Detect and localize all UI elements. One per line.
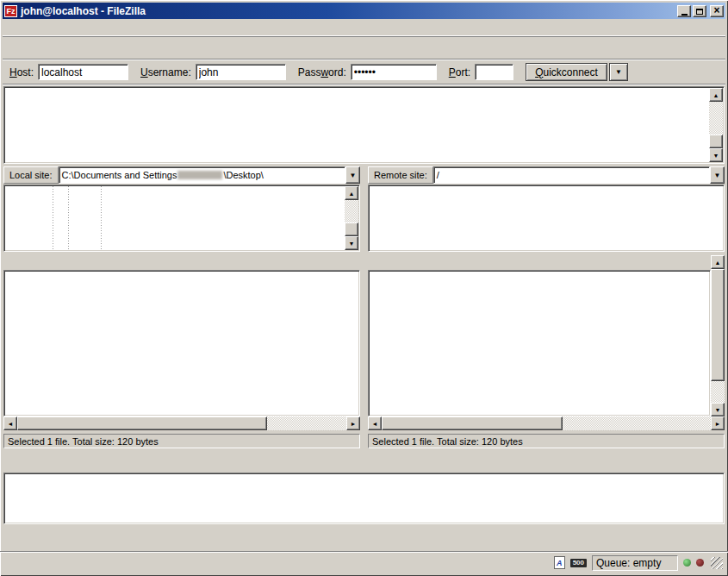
password-input[interactable]: [351, 64, 437, 80]
quickconnect-dropdown-icon[interactable]: ▼: [609, 63, 628, 81]
scroll-up-icon[interactable]: ▲: [711, 255, 725, 269]
title-bar[interactable]: Fz john@localhost - FileZilla ×: [3, 3, 725, 19]
scroll-left-icon[interactable]: ◄: [3, 416, 17, 430]
local-path-prefix: C:\Documents and Settings: [62, 170, 177, 180]
toolbar: [3, 36, 725, 59]
local-file-list: [3, 270, 360, 416]
username-input[interactable]: [196, 64, 286, 80]
scroll-right-icon[interactable]: ►: [711, 416, 725, 430]
redacted-username: [177, 171, 222, 179]
queue-splitter[interactable]: [3, 448, 725, 457]
remote-status-text: Selected 1 file. Total size: 120 bytes: [368, 434, 725, 448]
quickconnect-bar: Host: Username: Password: Port: Quickcon…: [3, 60, 725, 85]
host-input[interactable]: [38, 64, 128, 80]
remote-list-hscrollbar[interactable]: ◄ ►: [368, 416, 725, 430]
close-button[interactable]: ×: [710, 5, 724, 17]
local-list-header: [3, 255, 360, 270]
queue-list: [3, 473, 725, 524]
local-status-text: Selected 1 file. Total size: 120 bytes: [3, 434, 360, 448]
remote-list-scrollbar[interactable]: ▲ ▼: [711, 255, 725, 416]
speed-limit-icon[interactable]: 500: [570, 559, 587, 567]
port-input[interactable]: [475, 64, 513, 80]
queue-status-text: Queue: empty: [592, 555, 678, 571]
local-path-combo[interactable]: C:\Documents and Settings\Desktop\: [59, 166, 345, 184]
scroll-right-icon[interactable]: ►: [346, 416, 360, 430]
scroll-down-icon[interactable]: ▼: [709, 148, 723, 162]
remote-file-list: [368, 270, 711, 416]
remote-path-dropdown-icon[interactable]: ▼: [710, 166, 725, 184]
host-label: Host:: [9, 66, 34, 78]
scroll-up-icon[interactable]: ▲: [709, 88, 723, 102]
minimize-button[interactable]: [677, 5, 691, 17]
remote-path-value: /: [437, 170, 439, 180]
transfer-type-ascii-icon[interactable]: A: [554, 556, 565, 569]
message-log-lines: [5, 88, 709, 162]
filezilla-logo-icon: Fz: [4, 5, 17, 17]
local-directory-tree: ▲ ▼: [3, 185, 360, 252]
local-path-suffix: \Desktop\: [223, 170, 263, 180]
local-list-hscrollbar[interactable]: ◄ ►: [3, 416, 360, 430]
message-log-scrollbar[interactable]: ▲ ▼: [709, 88, 723, 162]
remote-path-combo[interactable]: /: [433, 166, 710, 184]
local-tree-scrollbar[interactable]: ▲ ▼: [345, 186, 358, 250]
remote-tree-body: [370, 186, 723, 250]
scroll-left-icon[interactable]: ◄: [368, 416, 382, 430]
remote-directory-tree: [368, 185, 725, 252]
quickconnect-button[interactable]: Quickconnect: [526, 63, 607, 81]
maximize-icon: [696, 9, 703, 15]
port-label: Port:: [449, 66, 470, 78]
remote-list-header: [368, 255, 711, 270]
remote-site-label: Remote site:: [368, 166, 433, 184]
local-path-dropdown-icon[interactable]: ▼: [345, 166, 360, 184]
scroll-down-icon[interactable]: ▼: [345, 236, 358, 250]
remote-site-bar: Remote site: / ▼: [368, 166, 725, 184]
filezilla-window: Fz john@localhost - FileZilla × Host: Us…: [0, 0, 728, 576]
username-label: Username:: [140, 66, 191, 78]
message-log: ▲ ▼: [3, 86, 725, 164]
local-site-bar: Local site: C:\Documents and Settings\De…: [3, 166, 360, 184]
status-bar: A 500 Queue: empty: [0, 551, 728, 573]
maximize-button[interactable]: [693, 5, 706, 17]
password-label: Password:: [298, 66, 346, 78]
local-tree-body: [5, 186, 345, 250]
window-title: john@localhost - FileZilla: [21, 5, 677, 17]
resize-grip[interactable]: [711, 557, 723, 569]
queue-header: [3, 457, 725, 473]
menu-bar: [3, 19, 725, 36]
activity-led-green-icon: [683, 559, 691, 567]
local-site-label: Local site:: [3, 166, 59, 184]
minimize-icon: [681, 14, 688, 16]
activity-led-red-icon: [696, 559, 704, 567]
scroll-up-icon[interactable]: ▲: [345, 186, 358, 200]
scroll-down-icon[interactable]: ▼: [711, 403, 725, 416]
